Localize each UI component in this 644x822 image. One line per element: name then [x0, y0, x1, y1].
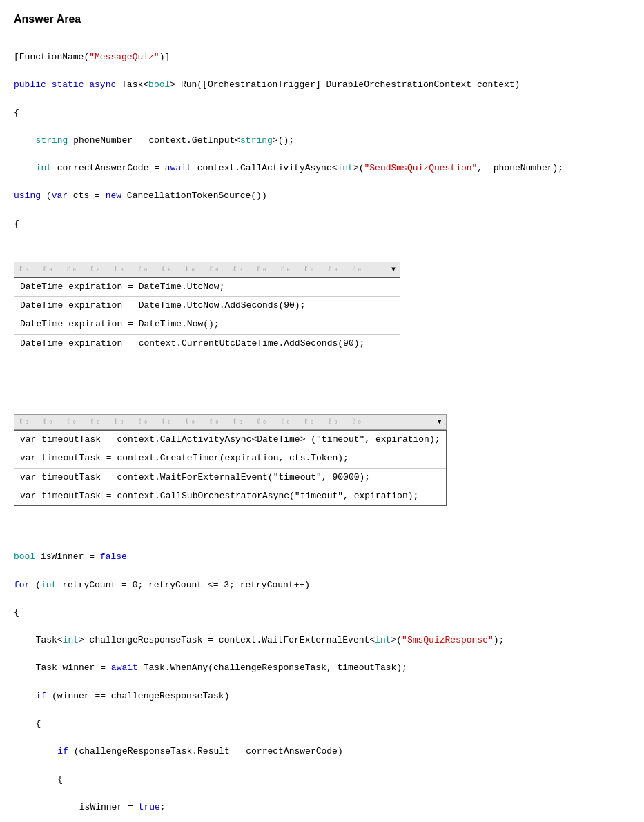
spacer1-line [14, 370, 630, 384]
mid-line-3: for (int retryCount = 0; retryCount <= 3… [14, 578, 630, 592]
mid-line-2: bool isWinner = false [14, 550, 630, 564]
dropdown1-header[interactable]: ℓ₀ ℓ₀ ℓ₀ ℓ₀ ℓ₀ ℓ₀ ℓ₀ ℓ₀ ℓ₀ ℓ₀ ℓ₀ ℓ₀ ℓ₀ ℓ… [14, 262, 400, 277]
dropdown2[interactable]: ℓ₀ ℓ₀ ℓ₀ ℓ₀ ℓ₀ ℓ₀ ℓ₀ ℓ₀ ℓ₀ ℓ₀ ℓ₀ ℓ₀ ℓ₀ ℓ… [14, 414, 447, 506]
dropdown2-options: var timeoutTask = context.CallActivityAs… [14, 430, 447, 506]
dropdown2-option-2[interactable]: var timeoutTask = context.CreateTimer(ex… [14, 449, 446, 468]
mid-line-1 [14, 522, 630, 536]
code-middle: bool isWinner = false for (int retryCoun… [14, 509, 630, 822]
dropdown2-option-3[interactable]: var timeoutTask = context.WaitForExterna… [14, 469, 446, 487]
dropdown2-arrow[interactable]: ▼ [437, 417, 441, 428]
code-header: [FunctionName("MessageQuiz")] public sta… [14, 37, 630, 259]
code-line-1: [FunctionName("MessageQuiz")] [14, 50, 630, 64]
code-line-3: { [14, 106, 630, 120]
mid-line-7: if (winner == challengeResponseTask) [25, 689, 630, 703]
code-line-4: string phoneNumber = context.GetInput<st… [25, 134, 630, 148]
dropdown1-option-1[interactable]: DateTime expiration = DateTime.UtcNow; [14, 278, 400, 297]
dropdown2-option-4[interactable]: var timeoutTask = context.CallSubOrchest… [14, 487, 446, 505]
code-area: [FunctionName("MessageQuiz")] public sta… [14, 37, 630, 822]
dropdown1[interactable]: ℓ₀ ℓ₀ ℓ₀ ℓ₀ ℓ₀ ℓ₀ ℓ₀ ℓ₀ ℓ₀ ℓ₀ ℓ₀ ℓ₀ ℓ₀ ℓ… [14, 262, 400, 353]
dropdown1-arrow[interactable]: ▼ [391, 264, 396, 275]
dropdown2-option-1[interactable]: var timeoutTask = context.CallActivityAs… [14, 431, 446, 449]
mid-line-10: { [36, 773, 630, 787]
mid-line-9: if (challengeResponseTask.Result = corre… [36, 745, 630, 759]
dropdown1-options: DateTime expiration = DateTime.UtcNow; D… [14, 277, 400, 353]
mid-line-6: Task winner = await Task.WhenAny(challen… [25, 661, 630, 675]
code-line-2: public static async Task<bool> Run([Orch… [14, 78, 630, 92]
mid-line-4: { [14, 606, 630, 620]
mid-line-8: { [25, 717, 630, 731]
code-line-6: using (var cts = new CancellationTokenSo… [14, 189, 630, 203]
code-line-5: int correctAnswerCode = await context.Ca… [25, 162, 630, 175]
dropdown1-option-4[interactable]: DateTime expiration = context.CurrentUtc… [14, 335, 400, 353]
dropdown1-option-3[interactable]: DateTime expiration = DateTime.Now(); [14, 315, 400, 334]
code-spacer1 [14, 356, 630, 412]
mid-line-5: Task<int> challengeResponseTask = contex… [25, 634, 630, 647]
dropdown2-pattern: ℓ₀ ℓ₀ ℓ₀ ℓ₀ ℓ₀ ℓ₀ ℓ₀ ℓ₀ ℓ₀ ℓ₀ ℓ₀ ℓ₀ ℓ₀ ℓ… [19, 416, 363, 428]
page-title: Answer Area [14, 11, 630, 28]
dropdown2-header[interactable]: ℓ₀ ℓ₀ ℓ₀ ℓ₀ ℓ₀ ℓ₀ ℓ₀ ℓ₀ ℓ₀ ℓ₀ ℓ₀ ℓ₀ ℓ₀ ℓ… [14, 414, 447, 430]
dropdown1-pattern: ℓ₀ ℓ₀ ℓ₀ ℓ₀ ℓ₀ ℓ₀ ℓ₀ ℓ₀ ℓ₀ ℓ₀ ℓ₀ ℓ₀ ℓ₀ ℓ… [19, 264, 363, 275]
dropdown1-option-2[interactable]: DateTime expiration = DateTime.UtcNow.Ad… [14, 297, 400, 315]
mid-line-11: isWinner = true; [47, 801, 630, 814]
code-line-7: { [14, 217, 630, 231]
